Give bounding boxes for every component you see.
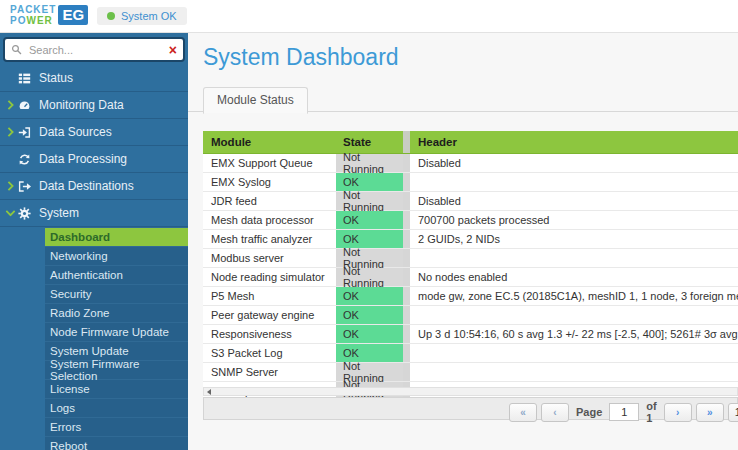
page-size-select[interactable]: 15 <box>728 403 738 422</box>
column-header-state[interactable]: State <box>336 131 403 153</box>
module-cell: JDR feed <box>203 192 336 210</box>
topbar: PACKET POWER EG System OK <box>0 0 738 33</box>
state-cell: Not Running <box>336 154 403 172</box>
sidebar-subitem-security[interactable]: Security <box>45 284 188 303</box>
first-page-button[interactable]: « <box>509 403 537 422</box>
column-divider <box>403 306 410 324</box>
column-header-module[interactable]: Module <box>203 131 336 153</box>
packet-power-logo: PACKET POWER EG <box>10 4 88 26</box>
sidebar-item-system[interactable]: System <box>0 199 188 226</box>
module-cell: Mesh data processor <box>203 211 336 229</box>
next-page-button[interactable]: › <box>664 403 692 422</box>
sidebar-subitem-errors[interactable]: Errors <box>45 417 188 436</box>
sidebar-subitem-dashboard[interactable]: Dashboard <box>45 227 188 246</box>
sidebar-subitem-label: Reboot <box>50 440 87 450</box>
list-icon <box>18 72 34 85</box>
sidebar-subitem-label: Radio Zone <box>50 307 109 319</box>
sidebar-item-label: System <box>39 206 79 220</box>
sidebar-subitem-radio-zone[interactable]: Radio Zone <box>45 303 188 322</box>
clear-search-icon[interactable]: × <box>169 43 177 57</box>
sidebar-subitem-authentication[interactable]: Authentication <box>45 265 188 284</box>
sidebar-subitem-node-firmware-update[interactable]: Node Firmware Update <box>45 322 188 341</box>
sidebar-item-monitoring-data[interactable]: Monitoring Data <box>0 91 188 118</box>
horizontal-scrollbar[interactable] <box>203 387 738 396</box>
search-box: × <box>3 37 185 62</box>
gear-icon <box>18 207 34 220</box>
table-row: Mesh data processorOK700700 packets proc… <box>203 211 738 230</box>
sign-out-icon <box>18 180 34 193</box>
column-divider <box>403 363 410 381</box>
sidebar-subitem-label: Networking <box>50 250 108 262</box>
table-row: JDR feedNot RunningDisabled <box>203 192 738 211</box>
last-page-button[interactable]: » <box>696 403 724 422</box>
sidebar-subitem-label: Logs <box>50 402 75 414</box>
chevron-right-icon <box>7 181 17 191</box>
sidebar-subitem-networking[interactable]: Networking <box>45 246 188 265</box>
scroll-left-icon[interactable] <box>207 389 211 395</box>
sidebar-item-data-processing[interactable]: Data Processing <box>0 145 188 172</box>
module-cell: Responsiveness <box>203 325 336 343</box>
sidebar-item-status[interactable]: Status <box>0 65 188 91</box>
table-row: EMX SyslogOK <box>203 173 738 192</box>
module-cell: Mesh traffic analyzer <box>203 230 336 248</box>
page-number-input[interactable] <box>609 403 639 421</box>
column-divider <box>403 230 410 248</box>
state-cell: OK <box>336 306 403 324</box>
chevron-right-icon <box>7 100 17 110</box>
sidebar-subitem-logs[interactable]: Logs <box>45 398 188 417</box>
header-cell <box>410 306 738 324</box>
sidebar-menu: StatusMonitoring DataData SourcesData Pr… <box>0 65 188 226</box>
pager-controls: « ‹ Page of 1 › » 15 <box>509 400 738 424</box>
module-cell: SNMP Server <box>203 363 336 381</box>
column-divider <box>403 325 410 343</box>
sidebar-system-submenu: DashboardNetworkingAuthenticationSecurit… <box>0 226 188 450</box>
table-row: Peer gateway engineOK <box>203 306 738 325</box>
eg-badge: EG <box>58 5 88 25</box>
header-cell: 700700 packets processed <box>410 211 738 229</box>
module-cell: EMX Support Queue <box>203 154 336 172</box>
prev-page-button[interactable]: ‹ <box>541 403 569 422</box>
header-cell: mode gw, zone EC.5 (20185C1A), meshID 1,… <box>410 287 738 305</box>
search-input[interactable] <box>27 43 164 57</box>
header-cell: Up 3 d 10:54:16, 60 s avg 1.3 +/- 22 ms … <box>410 325 738 343</box>
table-row: ResponsivenessOKUp 3 d 10:54:16, 60 s av… <box>203 325 738 344</box>
sidebar-subitem-system-firmware-selection[interactable]: System Firmware Selection <box>45 360 188 379</box>
sidebar-subitem-reboot[interactable]: Reboot <box>45 436 188 450</box>
table-row: EMX Support QueueNot RunningDisabled <box>203 154 738 173</box>
module-cell: Peer gateway engine <box>203 306 336 324</box>
table-row: SNMP ServerNot Running <box>203 363 738 382</box>
table-header-row: ModuleStateHeader <box>203 131 738 154</box>
column-header-header[interactable]: Header <box>410 131 738 153</box>
header-cell <box>410 249 738 267</box>
sidebar-subitem-label: System Update <box>50 345 129 357</box>
sign-in-icon <box>18 126 34 139</box>
module-cell: Modbus server <box>203 249 336 267</box>
column-divider <box>403 154 410 172</box>
module-cell: S3 Packet Log <box>203 344 336 362</box>
module-cell: EMX Syslog <box>203 173 336 191</box>
sidebar-item-label: Data Sources <box>39 125 112 139</box>
sidebar-subitem-label: Node Firmware Update <box>50 326 169 338</box>
chevron-right-icon <box>7 127 17 137</box>
sidebar-item-data-sources[interactable]: Data Sources <box>0 118 188 145</box>
logo-wordmark: PACKET POWER <box>10 4 56 26</box>
sidebar-subitem-label: Security <box>50 288 92 300</box>
state-cell: OK <box>336 325 403 343</box>
column-divider <box>403 131 410 153</box>
module-cell: P5 Mesh <box>203 287 336 305</box>
packet-power-app: PACKET POWER EG System OK × StatusMonito… <box>0 0 738 450</box>
table-row: P5 MeshOKmode gw, zone EC.5 (20185C1A), … <box>203 287 738 306</box>
logo-line-packet: PACKET <box>10 4 56 15</box>
module-cell: Node reading simulator <box>203 268 336 286</box>
sidebar-item-data-destinations[interactable]: Data Destinations <box>0 172 188 199</box>
state-cell: OK <box>336 211 403 229</box>
sidebar-item-label: Status <box>39 71 73 85</box>
header-cell: 2 GUIDs, 2 NIDs <box>410 230 738 248</box>
header-cell <box>410 363 738 381</box>
page-of-label: of 1 <box>646 400 656 424</box>
search-icon <box>11 44 22 55</box>
state-cell: Not Running <box>336 192 403 210</box>
column-divider <box>403 192 410 210</box>
tab-module-status[interactable]: Module Status <box>203 87 308 114</box>
sidebar-item-label: Data Destinations <box>39 179 134 193</box>
